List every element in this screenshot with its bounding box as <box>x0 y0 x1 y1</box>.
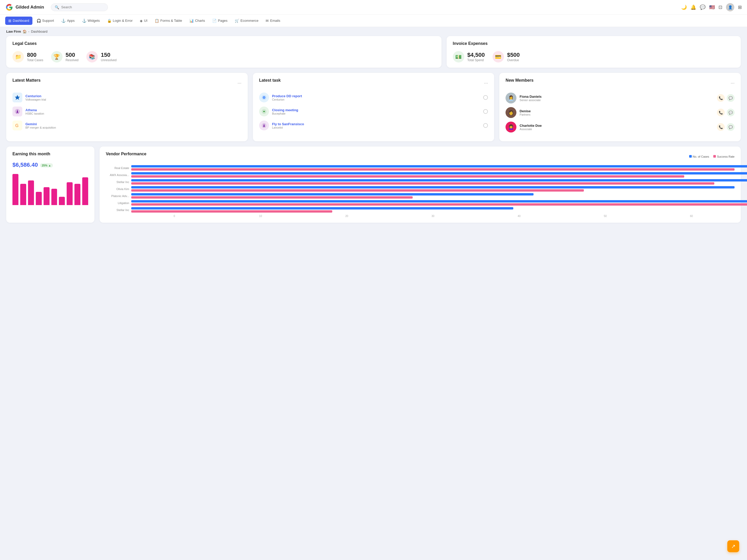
hbar-blue <box>131 186 735 188</box>
list-item: G Gemini BP merger & acquisition <box>12 121 241 130</box>
list-item: Athena HSBC taxation <box>12 107 241 116</box>
hbar-blue <box>131 207 513 210</box>
hbar-track <box>131 207 735 213</box>
chat-button-charlotte[interactable]: 💬 <box>727 123 735 131</box>
latest-task-title: Latest task <box>259 78 281 83</box>
menu-item-widgets[interactable]: ⚓ Widgets <box>79 17 103 25</box>
menu-label-pages: Pages <box>218 19 228 23</box>
matter-name-gemini: Gemini <box>25 122 56 126</box>
task-checkbox-0[interactable] <box>483 95 488 100</box>
hbar-label: Stellar Inc <box>106 209 129 212</box>
member-role-denise: Partners <box>519 113 531 116</box>
x-tick: 0 <box>131 215 217 217</box>
menu-label-charts: Charts <box>195 19 205 23</box>
expand-icon[interactable]: ⊡ <box>719 4 722 10</box>
hbar-blue <box>131 193 534 195</box>
menu-label-login: Login & Error <box>113 19 133 23</box>
task-sub-1: Bucephale <box>272 112 298 115</box>
hbar-blue <box>131 172 747 175</box>
firm-name: Law Firm <box>6 30 21 33</box>
menu-item-ecommerce[interactable]: 🛒 Ecommerce <box>232 17 261 25</box>
centurion-logo <box>12 92 22 102</box>
user-avatar[interactable]: 👤 <box>726 3 734 11</box>
search-input[interactable] <box>61 5 100 9</box>
menu-item-charts[interactable]: 📊 Charts <box>186 17 208 25</box>
earning-bar-chart <box>12 174 88 205</box>
overdue-value: $500 <box>507 52 520 58</box>
new-members-menu-icon[interactable]: ··· <box>731 80 735 86</box>
resolved-label: Resolved <box>66 58 79 62</box>
x-tick: 50 <box>562 215 648 217</box>
hbar-blue <box>131 165 747 167</box>
call-button-charlotte[interactable]: 📞 <box>717 123 725 131</box>
grid-icon[interactable]: ⊞ <box>738 4 742 10</box>
login-icon: 🔒 <box>107 19 111 23</box>
hbar-red <box>131 203 747 206</box>
total-spend-label: Total Spend <box>467 58 485 62</box>
latest-matters-menu-icon[interactable]: ··· <box>238 80 241 86</box>
main-content: Legal Cases 📁 800 Total Cases 🏆 500 Reso… <box>0 36 747 234</box>
latest-matters-title: Latest Matters <box>12 78 41 83</box>
support-icon: 🎧 <box>36 19 41 23</box>
legal-cases-stats: 📁 800 Total Cases 🏆 500 Resolved 📚 <box>12 51 435 62</box>
charts-icon: 📊 <box>189 19 194 23</box>
list-item: Produce DD report Centurion <box>259 92 488 102</box>
list-item: Closing meeting Bucephale <box>259 107 488 116</box>
task-name-2: Fly to SanFransisco <box>272 122 304 126</box>
chat-button-fiona[interactable]: 💬 <box>727 94 735 102</box>
menu-label-emails: Emails <box>270 19 280 23</box>
bar-item <box>28 181 34 205</box>
member-name-fiona: Fiona Daniels <box>519 95 542 99</box>
bar-item <box>12 174 19 205</box>
member-role-charlotte: Associate <box>519 128 542 131</box>
menu-item-apps[interactable]: ⚓ Apps <box>58 17 78 25</box>
notification-icon[interactable]: 🔔 <box>691 4 696 10</box>
hbar-track <box>131 186 735 192</box>
earning-title: Earning this month <box>12 152 88 156</box>
x-tick: 30 <box>390 215 476 217</box>
menu-item-forms-table[interactable]: 📋 Forms & Table <box>152 17 185 25</box>
hbar-track <box>131 165 735 170</box>
total-spend-icon: 💵 <box>453 51 464 62</box>
bar-item <box>59 197 65 205</box>
menu-item-dashboard[interactable]: ⊞ Dashboard <box>5 17 32 25</box>
hbar-red <box>131 175 684 178</box>
apps-icon: ⚓ <box>61 19 66 23</box>
hbar-red <box>131 182 714 185</box>
call-button-denise[interactable]: 📞 <box>717 109 725 116</box>
list-item: 👩‍💼 Fiona Daniels Senior associate 📞 💬 <box>506 92 735 103</box>
menu-item-support[interactable]: 🎧 Support <box>33 17 57 25</box>
chat-icon[interactable]: 💬 <box>700 4 705 10</box>
hbar-track <box>131 193 735 198</box>
search-icon: 🔍 <box>55 5 59 9</box>
list-item: Centurion Volkswagen trial <box>12 92 241 102</box>
task-checkbox-2[interactable] <box>483 123 488 128</box>
language-icon[interactable]: 🇺🇸 <box>709 4 715 10</box>
task-checkbox-1[interactable] <box>483 109 488 114</box>
new-members-title: New Members <box>506 78 534 83</box>
latest-task-menu-icon[interactable]: ··· <box>484 80 488 86</box>
menu-bar: ⊞ Dashboard 🎧 Support ⚓ Apps ⚓ Widgets 🔒… <box>0 15 747 27</box>
menu-item-ui[interactable]: ◈ UI <box>137 17 150 25</box>
hbar-track <box>131 179 735 185</box>
hbar-row: Stellar Inc <box>106 179 735 185</box>
search-bar[interactable]: 🔍 <box>51 3 108 11</box>
call-button-fiona[interactable]: 📞 <box>717 94 725 102</box>
unresolved-icon: 📚 <box>86 51 98 62</box>
matter-name-athena: Athena <box>25 108 44 112</box>
total-cases-icon: 📁 <box>12 51 24 62</box>
chat-button-denise[interactable]: 💬 <box>727 109 735 116</box>
logo-area: Gilded Admin <box>5 3 47 11</box>
resolved-value: 500 <box>66 52 79 58</box>
menu-item-pages[interactable]: 📄 Pages <box>209 17 231 25</box>
member-actions-denise: 📞 💬 <box>717 109 735 116</box>
dark-mode-icon[interactable]: 🌙 <box>681 4 687 10</box>
member-role-fiona: Senior associate <box>519 99 542 102</box>
hbar-row: AWX Assosia... <box>106 172 735 178</box>
menu-item-login-error[interactable]: 🔒 Login & Error <box>104 17 136 25</box>
nav-icons: 🌙 🔔 💬 🇺🇸 ⊡ 👤 ⊞ <box>681 3 742 11</box>
menu-label-widgets: Widgets <box>88 19 100 23</box>
menu-item-emails[interactable]: ✉ Emails <box>262 17 283 25</box>
dashboard-icon: ⊞ <box>8 19 11 23</box>
vendor-legend: No. of Cases Success Rate <box>689 155 735 158</box>
